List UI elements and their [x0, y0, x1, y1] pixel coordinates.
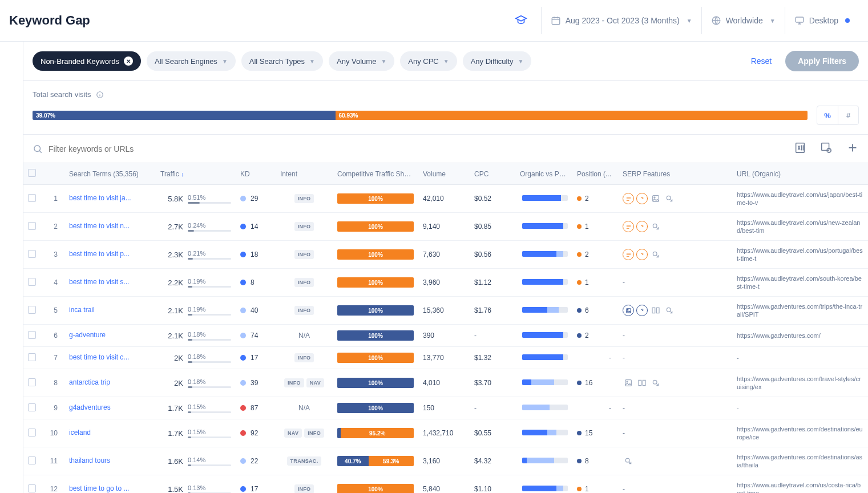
row-checkbox[interactable]	[28, 353, 36, 361]
serp-snippet-icon	[623, 193, 634, 204]
search-terms-header[interactable]: Search Terms (35,356)	[64, 163, 156, 185]
position-value: 2	[585, 195, 589, 203]
row-checkbox[interactable]	[28, 194, 36, 202]
row-checkbox[interactable]	[28, 278, 36, 286]
serp-cell	[623, 377, 728, 389]
keyword-link[interactable]: inca trail	[69, 306, 95, 314]
intent-tag: NAV	[284, 429, 302, 438]
row-checkbox[interactable]	[28, 429, 36, 437]
kd-cell: 8	[240, 278, 271, 286]
serp-image-icon	[650, 193, 661, 204]
filter-chip[interactable]: Any Volume▼	[329, 51, 394, 71]
keyword-link[interactable]: best time to visit ja...	[69, 194, 131, 202]
keyword-link[interactable]: g-adventure	[69, 331, 106, 339]
cts-bar: 100%	[337, 353, 414, 363]
traffic-value: 5.8K	[160, 195, 183, 203]
keyword-link[interactable]: best time to visit p...	[69, 250, 130, 258]
kd-cell: 18	[240, 250, 271, 258]
serp-cell: -	[623, 404, 728, 412]
keyword-link[interactable]: best time to visit n...	[69, 222, 130, 230]
ovp-bar	[522, 405, 568, 410]
reset-button[interactable]: Reset	[751, 56, 772, 66]
svg-point-19	[625, 458, 629, 462]
toggle-percent[interactable]: %	[817, 106, 838, 124]
keyword-link[interactable]: g4adventures	[69, 403, 111, 411]
volume-value: 42,010	[418, 185, 470, 213]
svg-rect-0	[552, 18, 560, 25]
row-checkbox[interactable]	[28, 378, 36, 386]
filter-chip[interactable]: All Search Types▼	[241, 51, 323, 71]
device-selector[interactable]: Desktop	[785, 7, 859, 34]
keyword-link[interactable]: antarctica trip	[69, 378, 110, 386]
keyword-link[interactable]: best time to go to ...	[69, 484, 129, 492]
traffic-header[interactable]: Traffic ↓	[156, 163, 236, 185]
keyword-link[interactable]: iceland	[69, 429, 91, 437]
row-checkbox[interactable]	[28, 484, 36, 492]
volume-header[interactable]: Volume	[418, 163, 470, 185]
kd-dot	[240, 458, 246, 464]
filter-chip[interactable]: All Search Engines▼	[147, 51, 236, 71]
select-all-checkbox[interactable]	[28, 169, 36, 177]
keyword-search-input[interactable]	[49, 144, 231, 153]
graduation-icon[interactable]	[515, 14, 527, 28]
kd-value: 74	[251, 332, 258, 340]
cts-header[interactable]: Competitive Traffic Share	[333, 163, 418, 185]
svg-rect-8	[653, 196, 659, 202]
keyword-link[interactable]: best time to visit s...	[69, 278, 129, 286]
row-checkbox[interactable]	[28, 456, 36, 464]
region-selector[interactable]: Worldwide ▼	[701, 7, 785, 34]
row-checkbox[interactable]	[28, 250, 36, 258]
position-header[interactable]: Position (...	[572, 163, 618, 185]
date-range-label: Aug 2023 - Oct 2023 (3 Months)	[566, 16, 680, 25]
kd-header[interactable]: KD	[236, 163, 276, 185]
chip-close-icon[interactable]: ✕	[124, 56, 133, 66]
row-index: 1	[44, 185, 64, 213]
add-column-icon[interactable]	[846, 142, 859, 156]
serp-header[interactable]: SERP Features	[618, 163, 732, 185]
kd-value: 22	[251, 457, 258, 465]
kd-cell: 74	[240, 332, 271, 340]
keyword-link[interactable]: best time to visit c...	[69, 353, 129, 361]
intent-cell: INFO	[280, 222, 328, 231]
table-row: 1best time to visit ja... 5.8K 0.51% 29I…	[23, 185, 868, 213]
table-settings-icon[interactable]	[820, 142, 833, 156]
table-row: 12best time to go to ... 1.5K 0.13% 17IN…	[23, 475, 868, 494]
traffic-cell: 2.1K 0.18%	[160, 331, 231, 341]
row-checkbox[interactable]	[28, 306, 36, 314]
url-value: https://www.gadventures.com/destinations…	[737, 425, 863, 441]
table-row: 2best time to visit n... 2.7K 0.24% 14IN…	[23, 213, 868, 241]
toggle-number[interactable]: #	[838, 106, 858, 124]
cpc-header[interactable]: CPC	[470, 163, 515, 185]
position-value: 15	[585, 429, 592, 437]
cpc-value: $1.10	[470, 475, 515, 494]
filter-chip[interactable]: Any CPC▼	[400, 51, 457, 71]
apply-filters-button[interactable]: Apply Filters	[785, 51, 859, 71]
keyword-link[interactable]: thailand tours	[69, 456, 110, 464]
chip-label: Non-Branded Keywords	[41, 57, 119, 66]
date-range-selector[interactable]: Aug 2023 - Oct 2023 (3 Months) ▼	[541, 7, 701, 34]
traffic-pct: 0.24%	[188, 222, 231, 229]
url-header[interactable]: URL (Organic)	[732, 163, 868, 185]
ovp-bar	[522, 430, 568, 435]
url-value: https://www.audleytravel.com/us/costa-ri…	[737, 481, 863, 493]
row-checkbox[interactable]	[28, 222, 36, 230]
export-excel-icon[interactable]	[794, 142, 806, 156]
position-dot	[577, 459, 582, 463]
row-checkbox[interactable]	[28, 403, 36, 411]
serp-faq-icon	[636, 305, 648, 316]
row-index: 10	[44, 419, 64, 447]
intent-tag: INFO	[284, 378, 304, 387]
row-checkbox[interactable]	[28, 331, 36, 339]
chip-label: All Search Engines	[155, 57, 217, 66]
cts-bar: 40.7%59.3%	[337, 456, 414, 466]
svg-point-17	[627, 381, 628, 382]
ovp-header[interactable]: Organic vs Paid	[515, 163, 572, 185]
traffic-cell: 2.1K 0.19%	[160, 306, 231, 316]
volume-value: 9,140	[418, 213, 470, 241]
filter-chip[interactable]: Any Difficulty▼	[463, 51, 532, 71]
info-icon[interactable]	[96, 91, 104, 99]
filter-chip[interactable]: Non-Branded Keywords✕	[33, 51, 141, 71]
url-value: https://www.gadventures.com/trips/the-in…	[737, 302, 863, 318]
traffic-pct: 0.18%	[188, 378, 231, 385]
intent-header[interactable]: Intent	[276, 163, 333, 185]
